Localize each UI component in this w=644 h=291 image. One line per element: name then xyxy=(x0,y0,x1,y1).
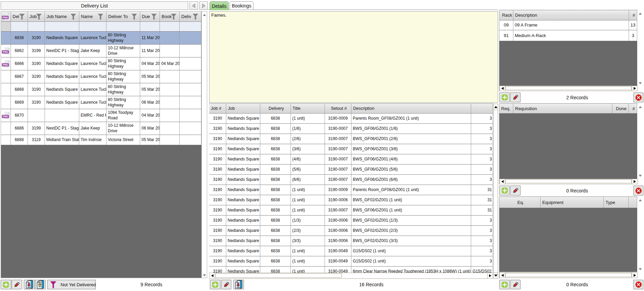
svg-text:PNG: PNG xyxy=(3,16,8,19)
svg-text:PNG: PNG xyxy=(3,51,8,53)
svg-text:PNG: PNG xyxy=(3,64,8,66)
svg-text:PNG: PNG xyxy=(3,115,8,118)
